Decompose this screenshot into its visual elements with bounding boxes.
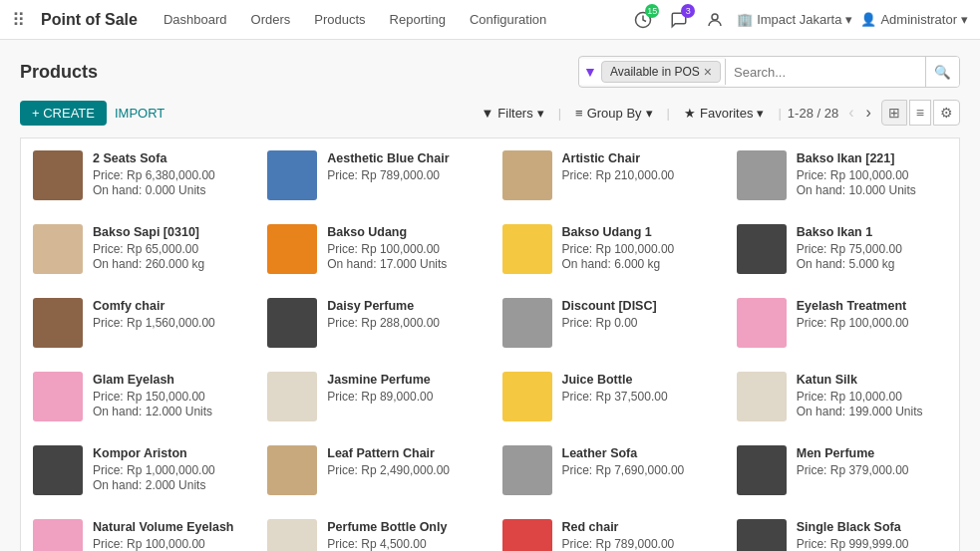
list-view-button[interactable]: ≡ — [909, 100, 931, 126]
nav-dashboard[interactable]: Dashboard — [154, 4, 237, 35]
product-card[interactable]: Bakso Sapi [0310]Price: Rp 65,000.00On h… — [21, 212, 255, 286]
available-in-pos-filter[interactable]: Available in POS × — [601, 61, 721, 83]
nav-orders[interactable]: Orders — [241, 4, 301, 35]
product-card[interactable]: Juice BottlePrice: Rp 37,500.00 — [490, 360, 725, 433]
product-card[interactable]: Men PerfumePrice: Rp 379,000.00 — [725, 433, 959, 507]
product-card[interactable]: Red chairPrice: Rp 789,000.00 — [490, 507, 725, 551]
product-name: Single Black Sofa — [797, 519, 947, 535]
product-image — [502, 224, 552, 274]
product-info: Aesthetic Blue ChairPrice: Rp 789,000.00 — [327, 150, 478, 183]
product-price: Price: Rp 100,000.00 — [797, 316, 947, 330]
product-image — [267, 372, 317, 421]
company-selector[interactable]: 🏢 Impact Jakarta ▾ — [737, 12, 852, 27]
svg-point-1 — [712, 14, 718, 20]
product-card[interactable]: Bakso Ikan [221]Price: Rp 100,000.00On h… — [725, 138, 959, 212]
product-image — [737, 519, 787, 551]
admin-avatar: 👤 — [860, 12, 876, 27]
next-page-button[interactable]: › — [862, 102, 875, 124]
product-card[interactable]: Daisy PerfumePrice: Rp 288,000.00 — [255, 286, 490, 360]
product-card[interactable]: Discount [DISC]Price: Rp 0.00 — [490, 286, 725, 360]
nav-reporting[interactable]: Reporting — [380, 4, 456, 35]
product-card[interactable]: Katun SilkPrice: Rp 10,000.00On hand: 19… — [725, 360, 959, 433]
search-input[interactable] — [726, 57, 925, 87]
product-image — [33, 298, 83, 348]
main-nav: Dashboard Orders Products Reporting Conf… — [154, 4, 613, 35]
product-image — [737, 150, 787, 200]
product-image — [502, 298, 552, 348]
nav-configuration[interactable]: Configuration — [460, 4, 556, 35]
search-submit-button[interactable]: 🔍 — [925, 57, 959, 87]
product-price: Price: Rp 100,000.00 — [797, 168, 947, 182]
product-image — [267, 298, 317, 348]
nav-products[interactable]: Products — [304, 4, 375, 35]
filters-button[interactable]: ▼ Filters ▾ — [473, 102, 551, 125]
product-card[interactable]: Aesthetic Blue ChairPrice: Rp 789,000.00 — [255, 138, 490, 212]
company-chevron: ▾ — [845, 12, 852, 27]
divider2: | — [667, 106, 670, 121]
product-name: Jasmine Perfume — [327, 372, 478, 388]
product-info: Bakso Ikan 1Price: Rp 75,000.00On hand: … — [797, 224, 947, 271]
product-image — [502, 150, 552, 200]
product-card[interactable]: Bakso UdangPrice: Rp 100,000.00On hand: … — [255, 212, 490, 286]
activity-badge: 15 — [645, 4, 659, 18]
activity-icon[interactable]: 15 — [629, 6, 657, 34]
product-card[interactable]: Single Black SofaPrice: Rp 999,999.00 — [725, 507, 959, 551]
product-info: Daisy PerfumePrice: Rp 288,000.00 — [327, 298, 478, 331]
product-stock: On hand: 10.000 Units — [797, 183, 947, 197]
product-info: Juice BottlePrice: Rp 37,500.00 — [562, 372, 713, 405]
view-toggle: ⊞ ≡ ⚙ — [881, 100, 960, 126]
product-card[interactable]: Kompor AristonPrice: Rp 1,000,000.00On h… — [21, 433, 255, 507]
favorites-button[interactable]: ★ Favorites ▾ — [676, 102, 772, 125]
product-info: Discount [DISC]Price: Rp 0.00 — [562, 298, 713, 331]
product-card[interactable]: Jasmine PerfumePrice: Rp 89,000.00 — [255, 360, 490, 433]
product-name: Leather Sofa — [562, 445, 713, 461]
main-content: Products ▼ Available in POS × 🔍 + CREATE… — [0, 40, 980, 551]
product-info: Men PerfumePrice: Rp 379,000.00 — [797, 445, 947, 478]
product-name: Bakso Udang 1 — [562, 224, 713, 240]
product-card[interactable]: Leather SofaPrice: Rp 7,690,000.00 — [490, 433, 725, 507]
product-card[interactable]: Bakso Ikan 1Price: Rp 75,000.00On hand: … — [725, 212, 959, 286]
product-card[interactable]: 2 Seats SofaPrice: Rp 6,380,000.00On han… — [21, 138, 255, 212]
product-card[interactable]: Glam EyelashPrice: Rp 150,000.00On hand:… — [21, 360, 255, 433]
prev-page-button[interactable]: ‹ — [844, 102, 857, 124]
product-name: Bakso Ikan [221] — [797, 150, 947, 166]
product-price: Price: Rp 37,500.00 — [562, 390, 713, 404]
product-price: Price: Rp 379,000.00 — [797, 463, 947, 477]
divider3: | — [778, 106, 781, 121]
chat-icon[interactable]: 3 — [665, 6, 693, 34]
import-button[interactable]: IMPORT — [115, 106, 164, 121]
grid-view-button[interactable]: ⊞ — [881, 100, 907, 126]
product-card[interactable]: Artistic ChairPrice: Rp 210,000.00 — [490, 138, 725, 212]
product-price: Price: Rp 75,000.00 — [797, 242, 947, 256]
user-menu[interactable]: 👤 Administrator ▾ — [860, 12, 968, 27]
product-price: Price: Rp 100,000.00 — [93, 537, 243, 551]
product-card[interactable]: Eyelash TreatmentPrice: Rp 100,000.00 — [725, 286, 959, 360]
apps-icon[interactable]: ⠿ — [12, 9, 25, 31]
product-image — [33, 519, 83, 551]
product-name: Artistic Chair — [562, 150, 713, 166]
product-card[interactable]: Perfume Bottle OnlyPrice: Rp 4,500.00 — [255, 507, 490, 551]
remove-filter-icon[interactable]: × — [704, 65, 712, 79]
product-name: Comfy chair — [93, 298, 243, 314]
group-by-button[interactable]: ≡ Group By ▾ — [567, 102, 661, 125]
user-chevron: ▾ — [961, 12, 968, 27]
product-name: Eyelash Treatment — [797, 298, 947, 314]
product-stock: On hand: 0.000 Units — [93, 183, 243, 197]
product-price: Price: Rp 10,000.00 — [797, 390, 947, 404]
create-button[interactable]: + CREATE — [20, 101, 107, 126]
product-card[interactable]: Bakso Udang 1Price: Rp 100,000.00On hand… — [490, 212, 725, 286]
product-card[interactable]: Comfy chairPrice: Rp 1,560,000.00 — [21, 286, 255, 360]
product-info: Kompor AristonPrice: Rp 1,000,000.00On h… — [93, 445, 243, 492]
product-card[interactable]: Leaf Pattern ChairPrice: Rp 2,490,000.00 — [255, 433, 490, 507]
product-image — [737, 298, 787, 348]
product-stock: On hand: 2.000 Units — [93, 478, 243, 492]
user-info-icon[interactable] — [701, 6, 729, 34]
product-stock: On hand: 199.000 Units — [797, 405, 947, 418]
product-stock: On hand: 17.000 Units — [327, 257, 478, 271]
product-name: Glam Eyelash — [93, 372, 243, 388]
pagination: ‹ › — [844, 102, 875, 124]
product-info: Single Black SofaPrice: Rp 999,999.00 — [797, 519, 947, 551]
product-info: Glam EyelashPrice: Rp 150,000.00On hand:… — [93, 372, 243, 418]
product-card[interactable]: Natural Volume EyelashPrice: Rp 100,000.… — [21, 507, 255, 551]
settings-view-button[interactable]: ⚙ — [933, 100, 960, 126]
